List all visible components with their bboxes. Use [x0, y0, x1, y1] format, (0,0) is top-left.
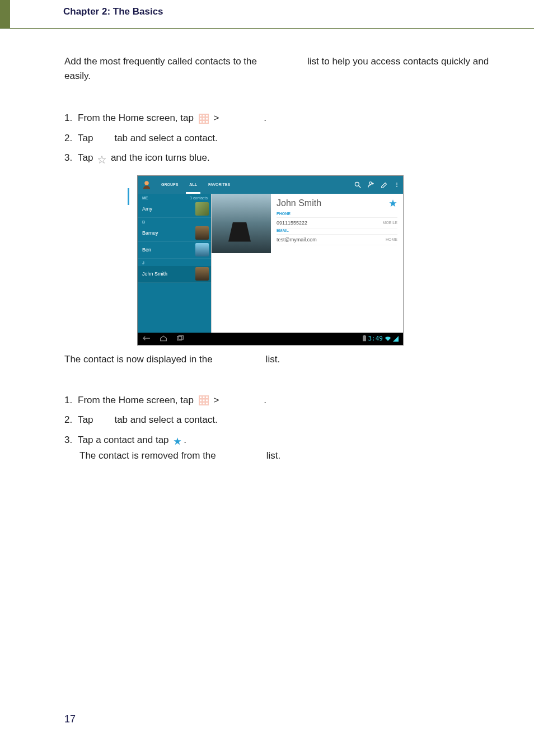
list-item-amy[interactable]: Amy	[138, 201, 211, 218]
edit-icon[interactable]	[381, 181, 388, 189]
step-add-3: 3.Tap and the icon turns blue.	[64, 151, 500, 165]
contact-detail-panel: John Smith PHONE 09111555222 MOBILE EMAI…	[212, 194, 403, 333]
back-icon[interactable]	[142, 334, 151, 344]
r2a: Tap	[78, 414, 93, 425]
email-type: HOME	[386, 237, 397, 241]
star-outline-icon	[97, 154, 106, 163]
svg-rect-32	[206, 403, 208, 404]
phone-row[interactable]: 09111555222 MOBILE	[277, 218, 397, 228]
action-bar: GROUPS ALL FAVORITES	[138, 176, 403, 194]
svg-point-10	[144, 181, 149, 185]
svg-rect-27	[200, 400, 202, 402]
list-header-j: J	[138, 259, 211, 266]
svg-point-13	[369, 181, 372, 184]
tab-favorites[interactable]: FAVORITES	[203, 176, 236, 194]
svg-line-12	[359, 185, 361, 188]
tab-groups[interactable]: GROUPS	[156, 176, 184, 194]
after-remove-part1: The contact is removed from the	[79, 450, 216, 461]
phone-section-label: PHONE	[277, 212, 397, 218]
r1c: .	[264, 395, 266, 405]
svg-rect-4	[200, 118, 202, 119]
svg-rect-2	[203, 115, 204, 116]
svg-rect-21	[363, 335, 366, 341]
add-contact-icon[interactable]	[367, 181, 375, 189]
svg-rect-25	[203, 396, 204, 398]
apps-grid-icon	[199, 114, 209, 124]
header-green-tab	[0, 0, 10, 28]
svg-rect-30	[200, 403, 202, 404]
svg-rect-3	[206, 115, 208, 116]
svg-point-18	[396, 186, 397, 187]
svg-rect-5	[203, 118, 204, 119]
thumbnail-icon	[195, 267, 209, 281]
email-value: test@mymail.com	[277, 237, 317, 242]
page-number: 17	[64, 713, 76, 725]
chapter-header: Chapter 2: The Basics	[0, 0, 534, 29]
blue-side-indicator	[128, 188, 129, 205]
intro-part1: Add the most frequently called contacts …	[64, 56, 257, 67]
svg-rect-26	[206, 396, 208, 398]
svg-rect-31	[203, 403, 204, 404]
s3a: Tap	[78, 152, 93, 163]
after-remove-part2: list.	[266, 450, 281, 461]
thumbnail-icon	[195, 202, 209, 216]
s1b: >	[213, 113, 219, 123]
battery-icon	[362, 334, 367, 344]
me-header-row: ME 3 contacts	[138, 194, 211, 201]
svg-rect-29	[206, 400, 208, 402]
after-add-part1: The contact is now displayed in the	[64, 354, 213, 365]
r2b: tab and select a contact.	[114, 414, 217, 425]
step-remove-1: 1.From the Home screen, tap >.	[64, 393, 500, 408]
status-time: 3:49	[368, 335, 383, 342]
signal-icon	[393, 334, 399, 344]
after-add-text: The contact is now displayed in thelist.	[64, 354, 500, 365]
search-icon[interactable]	[354, 181, 362, 189]
svg-point-16	[396, 183, 397, 184]
list-item-john[interactable]: John Smith	[138, 266, 211, 283]
contact-photo[interactable]	[212, 194, 271, 253]
overflow-icon[interactable]	[394, 181, 400, 189]
star-filled-icon	[173, 436, 182, 445]
after-remove-text: The contact is removed from thelist.	[79, 450, 500, 461]
chapter-title: Chapter 2: The Basics	[63, 6, 163, 22]
home-icon[interactable]	[159, 334, 168, 344]
email-section-label: EMAIL	[277, 228, 397, 235]
step-remove-2: 2.Taptab and select a contact.	[64, 413, 500, 427]
steps-remove: 1.From the Home screen, tap >. 2.Taptab …	[64, 393, 500, 447]
svg-rect-8	[203, 121, 204, 123]
contact-name: John Smith	[277, 198, 321, 208]
step-add-1: 1.From the Home screen, tap >.	[64, 111, 500, 125]
step-remove-3: 3.Tap a contact and tap .	[64, 433, 500, 447]
phone-type: MOBILE	[383, 221, 397, 225]
email-row[interactable]: test@mymail.com HOME	[277, 235, 397, 245]
s2a: Tap	[78, 133, 93, 143]
apps-grid-icon	[199, 395, 209, 405]
r1b: >	[213, 395, 219, 405]
svg-point-11	[355, 182, 359, 186]
svg-rect-22	[363, 335, 365, 336]
svg-rect-28	[203, 400, 204, 402]
after-add-part2: list.	[266, 354, 280, 365]
tab-all[interactable]: ALL	[184, 176, 203, 194]
recents-icon[interactable]	[176, 334, 185, 344]
svg-point-17	[396, 184, 397, 185]
phone-value: 09111555222	[277, 220, 307, 226]
list-item-ben[interactable]: Ben	[138, 242, 211, 259]
s3b: and the icon turns blue.	[111, 152, 210, 163]
me-label: ME	[142, 196, 148, 200]
r3a: Tap a contact and tap	[78, 435, 169, 445]
s1a: From the Home screen, tap	[78, 113, 194, 123]
r1a: From the Home screen, tap	[78, 395, 194, 405]
step-add-2: 2.Taptab and select a contact.	[64, 131, 500, 146]
app-contacts-icon[interactable]	[138, 176, 156, 194]
favorite-star-icon[interactable]	[388, 199, 397, 208]
svg-rect-6	[206, 118, 208, 119]
svg-rect-1	[200, 115, 202, 116]
thumbnail-icon	[195, 243, 209, 256]
svg-rect-24	[200, 396, 202, 398]
list-item-barney[interactable]: Barney	[138, 225, 211, 242]
intro-paragraph: Add the most frequently called contacts …	[64, 54, 500, 83]
s1c: .	[264, 113, 266, 123]
r3b: .	[184, 435, 186, 445]
contacts-screenshot: GROUPS ALL FAVORITES ME 3 contacts	[137, 175, 404, 346]
